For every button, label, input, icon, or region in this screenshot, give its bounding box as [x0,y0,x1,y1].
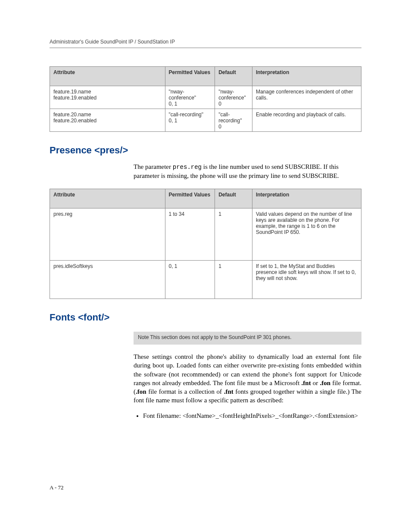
table-row: pres.idleSoftkeys 0, 1 1 If set to 1, th… [50,261,361,299]
cell: feature.19.name feature.19.enabled [50,86,165,109]
section-fonts-heading: Fonts <font/> [50,312,361,323]
th-attr: Attribute [50,189,165,208]
cell: feature.20.name feature.20.enabled [50,109,165,132]
bold: .fon [136,388,146,395]
page-header: Administrator's Guide SoundPoint IP / So… [50,39,361,48]
cell: Manage conferences independent of other … [252,86,361,109]
presence-table: Attribute Permitted Values Default Inter… [50,189,361,299]
cell: 1 [215,208,252,261]
note-box: Note This section does not apply to the … [134,332,361,345]
table-row: feature.19.name feature.19.enabled "nway… [50,86,361,109]
th-perm: Permitted Values [165,67,215,86]
feature-table: Attribute Permitted Values Default Inter… [50,66,361,132]
th-def: Default [215,189,252,208]
text: file format is a collection of [146,388,224,395]
cell: "call-recording" 0 [215,109,252,132]
text: or [311,380,320,386]
section-presence-heading: Presence <pres/> [50,145,361,156]
bold: .fnt [224,388,234,395]
cell: pres.idleSoftkeys [50,261,165,299]
cell: pres.reg [50,208,165,261]
cell: 1 to 34 [165,208,215,261]
th-int: Interpretation [252,67,361,86]
th-def: Default [215,67,252,86]
th-attr: Attribute [50,67,165,86]
bold: .fon [320,380,330,386]
cell: Valid values depend on the number of lin… [252,208,361,261]
cell: If set to 1, the MyStat and Buddies pres… [252,261,361,299]
th-int: Interpretation [252,189,361,208]
page-number: A - 72 [50,484,64,491]
font-list: Font filename: <fontName>_<fontHeightInP… [134,411,361,420]
bold: .fnt [302,380,311,386]
text: The parameter [134,163,173,170]
fonts-paragraph: These settings control the phone's abili… [134,352,361,405]
presence-paragraph: The parameter pres.reg is the line numbe… [134,162,361,180]
cell: 1 [215,261,252,299]
list-item: Font filename: <fontName>_<fontHeightInP… [143,411,361,420]
code-text: pres.reg [173,164,202,171]
cell: "call-recording" 0, 1 [165,109,215,132]
cell: "nway-conference" 0, 1 [165,86,215,109]
table-row: pres.reg 1 to 34 1 Valid values depend o… [50,208,361,261]
cell: Enable recording and playback of calls. [252,109,361,132]
cell: 0, 1 [165,261,215,299]
th-perm: Permitted Values [165,189,215,208]
cell: "nway-conference" 0 [215,86,252,109]
table-row: feature.20.name feature.20.enabled "call… [50,109,361,132]
